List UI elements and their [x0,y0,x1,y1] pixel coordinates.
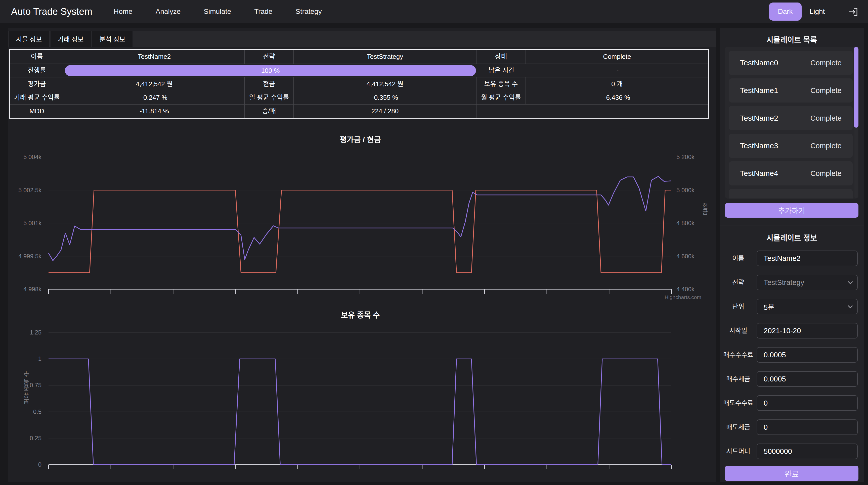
app-title[interactable]: Auto Trade System [11,0,92,23]
list-item-name: TestName3 [740,141,778,150]
list-item-name: TestName2 [740,114,778,122]
table-value-cell: Complete [526,50,708,64]
table-label-cell: 거래 평균 수익률 [10,91,64,104]
list-item-name: TestName4 [740,169,778,178]
chart-plot [8,127,712,303]
nav-link-analyze[interactable]: Analyze [156,7,181,15]
y-axis-label: 4 400k [676,286,714,293]
theme-light-button[interactable]: Light [805,2,829,21]
series-line [49,190,671,273]
table-value-cell: 4,412,542 원 [64,77,244,91]
table-value-cell: -6.436 % [526,91,708,104]
simulate-info-title: 시뮬레이트 정보 [720,232,864,243]
field-label-4: 매수수수료 [721,347,756,363]
table-row: 평가금4,412,542 원현금4,412,542 원보유 종목 수0 개 [10,77,708,91]
y-axis-label: 1.25 [8,329,41,336]
table-label-cell: MDD [10,104,64,118]
table-label-cell: 남은 시간 [477,64,526,77]
tab-0[interactable]: 시뮬 정보 [9,31,49,47]
nav-link-home[interactable]: Home [114,7,132,15]
chart-holdings-count: 보유 종목 수 보유 종목 수 00.250.50.7511.25 [8,308,712,482]
table-label-cell: 보유 종목 수 [476,77,526,91]
y-axis-label: 0.25 [8,435,41,442]
y-axis-label: 5 000k [676,187,714,194]
simulate-list: TestName0CompleteTestName1CompleteTestNa… [725,47,859,198]
list-item-status: Complete [810,87,842,95]
input-field-4[interactable] [756,347,858,363]
list-item[interactable]: TestName4Complete [729,161,852,186]
chart-plot [8,308,712,482]
select-field-1[interactable] [756,275,858,290]
field-label-1: 전략 [721,275,756,290]
add-simulation-button[interactable]: 추가하기 [725,203,859,218]
list-item-name: TestName1 [740,86,778,95]
list-item-status: Complete [810,114,842,122]
table-label-cell: 평가금 [10,77,64,91]
y-axis-label: 4 600k [676,253,714,260]
input-field-3[interactable] [756,323,858,338]
tab-bar: 시뮬 정보거래 정보분석 정보 [8,31,716,47]
y-axis-label: 5 004k [8,154,41,161]
table-row: MDD-11.814 %승/패224 / 280 [10,104,708,118]
table-value-cell: 224 / 280 [293,104,476,118]
table-row: 이름TestName2전략TestStrategy상태Complete [10,50,708,64]
input-field-6[interactable] [756,395,858,411]
table-label-cell: 전략 [244,50,293,64]
table-value-cell [526,104,708,118]
input-field-0[interactable] [756,251,858,266]
field-label-8: 시드머니 [721,444,756,459]
table-value-cell: 4,412,542 원 [293,77,476,91]
list-scrollbar-thumb[interactable] [854,47,859,128]
nav-link-strategy[interactable]: Strategy [296,7,321,15]
table-value-cell: TestStrategy [293,50,476,64]
y-axis-label: 1 [8,355,41,362]
theme-dark-button[interactable]: Dark [769,2,802,21]
y-axis-label: 5 001k [8,220,41,227]
table-row: 진행률100 %남은 시간- [10,64,708,77]
input-field-7[interactable] [756,419,858,435]
field-label-3: 시작일 [721,323,756,338]
table-value-cell: -0.355 % [293,91,476,104]
tab-1[interactable]: 거래 정보 [51,31,91,47]
table-label-cell: 현금 [244,77,293,91]
list-item-partial[interactable] [729,189,852,198]
series-line [49,176,671,261]
table-value-cell: - [526,64,709,77]
nav-links: HomeAnalyzeSimulateTradeStrategy [114,0,322,23]
table-value-cell: TestName2 [64,50,244,64]
table-label-cell: 일 평균 수익률 [244,91,293,104]
list-item[interactable]: TestName0Complete [729,51,852,75]
input-field-5[interactable] [756,371,858,387]
table-value-cell: -11.814 % [64,104,244,118]
list-item[interactable]: TestName1Complete [729,78,852,102]
simulate-sidebar: 시뮬레이트 목록 TestName0CompleteTestName1Compl… [720,28,864,482]
list-item-status: Complete [810,142,842,150]
y-axis-label: 0.5 [8,408,41,415]
highcharts-credit[interactable]: Highcharts.com [612,294,701,300]
field-label-0: 이름 [721,251,756,266]
login-icon[interactable] [848,6,859,17]
y-axis-label: 5 200k [676,154,714,161]
table-label-cell: 진행률 [10,64,64,77]
tab-2[interactable]: 분석 정보 [92,31,132,47]
submit-button[interactable]: 완료 [725,466,859,481]
table-row: 거래 평균 수익률-0.247 %일 평균 수익률-0.355 %월 평균 수익… [10,91,708,104]
list-item[interactable]: TestName2Complete [729,106,852,130]
right-axis-title: 현금 [700,203,709,215]
nav-link-simulate[interactable]: Simulate [204,7,231,15]
list-item-status: Complete [810,59,842,67]
chart-valuation-cash: 평가금 / 현금 현금 Highcharts.com 4 998k4 999.5… [8,127,712,303]
list-item-status: Complete [810,169,842,178]
nav-link-trade[interactable]: Trade [254,7,272,15]
table-label-cell: 월 평균 수익률 [476,91,526,104]
simulation-summary-table: 이름TestName2전략TestStrategy상태Complete진행률10… [9,49,709,119]
field-label-5: 매수세금 [721,371,756,387]
main-panel: 시뮬 정보거래 정보분석 정보 이름TestName2전략TestStrateg… [8,28,716,482]
y-axis-label: 4 800k [676,220,714,227]
list-item[interactable]: TestName3Complete [729,134,852,158]
table-label-cell: 이름 [10,50,64,64]
input-field-8[interactable] [756,444,858,459]
list-item-name: TestName0 [740,59,778,67]
select-field-2[interactable] [756,299,858,314]
sidebar-divider [720,225,864,225]
